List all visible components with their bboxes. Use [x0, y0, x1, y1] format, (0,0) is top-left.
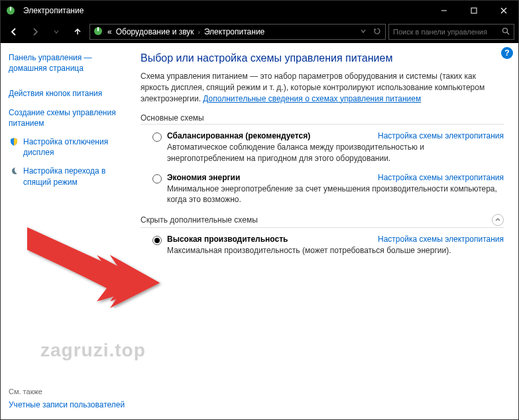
recent-dropdown[interactable]: [47, 23, 66, 41]
sidebar-link-display-off[interactable]: Настройка отключения дисплея: [9, 136, 129, 158]
plan-balanced-config-link[interactable]: Настройка схемы электропитания: [378, 131, 504, 140]
plan-balanced-radio[interactable]: [152, 132, 162, 142]
breadcrumb-item-2[interactable]: Электропитание: [204, 27, 264, 36]
plan-saver-desc: Минимальное энергопотребление за счет ум…: [167, 184, 504, 205]
minimize-button[interactable]: [429, 1, 459, 21]
sidebar: Панель управления — домашняя страница Де…: [1, 43, 137, 419]
breadcrumb-prefix: «: [107, 27, 112, 36]
watermark: zagruzi.top: [40, 340, 146, 361]
shield-icon: [9, 136, 19, 147]
breadcrumb-item-1[interactable]: Оборудование и звук: [116, 27, 194, 36]
svg-rect-7: [97, 27, 99, 31]
sidebar-link-sleep[interactable]: Настройка перехода в спящий режим: [9, 166, 129, 187]
back-button[interactable]: [5, 23, 23, 41]
plan-saver: Экономия энергии Настройка схемы электро…: [141, 173, 504, 205]
plan-high-config-link[interactable]: Настройка схемы электропитания: [378, 235, 504, 244]
up-button[interactable]: [68, 23, 87, 41]
section-basic-plans: Основные схемы: [141, 113, 504, 125]
breadcrumb-box[interactable]: « Оборудование и звук › Электропитание: [89, 24, 386, 40]
search-icon[interactable]: [502, 27, 510, 37]
refresh-button[interactable]: [372, 27, 382, 36]
address-bar: « Оборудование и звук › Электропитание: [1, 21, 518, 43]
control-panel-icon: [93, 26, 103, 38]
page-heading: Выбор или настройка схемы управления пит…: [141, 52, 504, 64]
intro-text: Схема управления питанием — это набор па…: [141, 71, 504, 104]
titlebar: Электропитание: [1, 1, 518, 21]
see-also-user-accounts[interactable]: Учетные записи пользователей: [9, 399, 128, 410]
intro-more-link[interactable]: Дополнительные сведения о схемах управле…: [203, 94, 421, 103]
plan-saver-name: Экономия энергии: [167, 173, 378, 182]
plan-high-desc: Максимальная производительность (может п…: [167, 245, 504, 256]
svg-rect-1: [10, 7, 11, 11]
search-input[interactable]: [393, 28, 502, 36]
forward-button[interactable]: [26, 23, 44, 41]
breadcrumb-dropdown[interactable]: [359, 28, 368, 36]
plan-high-performance: Высокая производительность Настройка схе…: [141, 235, 504, 256]
maximize-button[interactable]: [459, 1, 489, 21]
control-panel-home-link[interactable]: Панель управления — домашняя страница: [9, 52, 129, 74]
svg-point-8: [503, 28, 508, 32]
see-also: См. также Учетные записи пользователей: [9, 388, 128, 410]
moon-icon: [9, 166, 19, 176]
see-also-header: См. также: [9, 388, 128, 395]
plan-high-radio[interactable]: [152, 236, 162, 245]
svg-line-9: [507, 32, 509, 34]
sidebar-link-create-plan[interactable]: Создание схемы управления питанием: [9, 107, 129, 129]
collapse-toggle-icon[interactable]: [492, 214, 504, 226]
svg-rect-3: [471, 8, 477, 13]
plan-balanced-name: Сбалансированная (рекомендуется): [167, 131, 378, 140]
search-box[interactable]: [388, 24, 514, 40]
plan-saver-radio[interactable]: [152, 174, 162, 184]
window-title: Электропитание: [21, 6, 429, 15]
sidebar-link-button-actions[interactable]: Действия кнопок питания: [9, 88, 129, 99]
chevron-right-icon: ›: [198, 28, 200, 36]
main-panel: ? Выбор или настройка схемы управления п…: [137, 43, 518, 419]
plan-high-name: Высокая производительность: [167, 235, 378, 244]
section-hide-additional[interactable]: Скрыть дополнительные схемы: [141, 214, 504, 228]
plan-balanced-desc: Автоматическое соблюдение баланса между …: [167, 142, 504, 163]
plan-saver-config-link[interactable]: Настройка схемы электропитания: [378, 173, 504, 182]
plan-balanced: Сбалансированная (рекомендуется) Настрой…: [141, 131, 504, 163]
help-button[interactable]: ?: [501, 47, 513, 59]
close-button[interactable]: [489, 1, 518, 21]
app-icon: [1, 5, 21, 16]
